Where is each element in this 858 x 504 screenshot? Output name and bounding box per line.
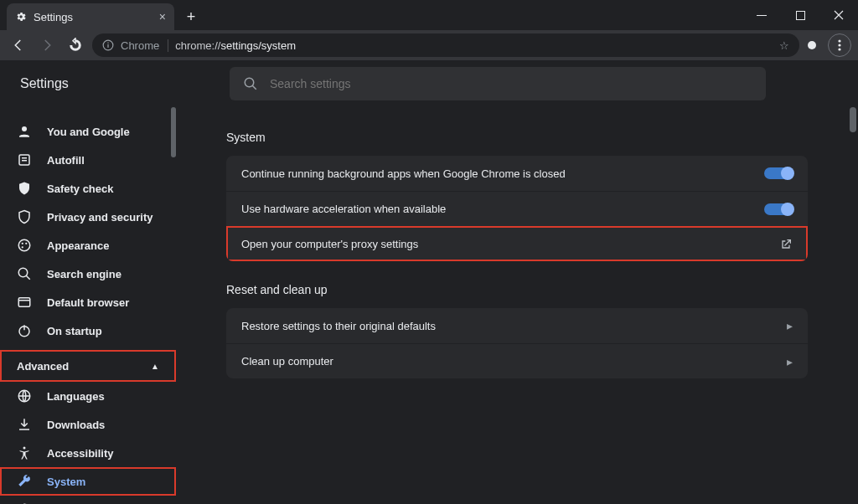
settings-main-panel: System Continue running background apps … [176,107,858,504]
svg-point-11 [18,239,30,251]
sidebar-item-on-startup[interactable]: On startup [0,316,176,345]
close-window-button[interactable] [819,0,858,30]
toggle-switch[interactable] [764,167,793,179]
title-bar: Settings × + [0,0,858,30]
reset-card: Restore settings to their original defau… [226,308,808,378]
svg-point-5 [838,39,840,42]
sidebar-item-languages[interactable]: Languages [0,382,176,410]
row-hardware-accel[interactable]: Use hardware acceleration when available [226,191,808,226]
svg-point-19 [23,447,26,450]
minimize-button[interactable] [742,0,781,30]
maximize-button[interactable] [781,0,819,30]
tab-title: Settings [34,11,73,23]
row-restore-defaults[interactable]: Restore settings to their original defau… [226,308,808,343]
search-settings-input[interactable] [270,77,752,90]
address-bar: Chrome chrome://settings/system ☆ [0,30,858,60]
sidebar-item-search-engine[interactable]: Search engine [0,260,176,288]
site-info-icon[interactable] [102,39,114,51]
row-clean-up-computer[interactable]: Clean up computer ▸ [226,343,808,378]
new-tab-button[interactable]: + [179,5,203,28]
svg-rect-1 [796,11,804,19]
svg-point-15 [18,268,28,277]
search-icon [243,76,258,91]
window-controls [742,0,858,30]
toggle-switch[interactable] [764,203,793,215]
omnibox[interactable]: Chrome chrome://settings/system ☆ [92,33,799,57]
browser-menu-button[interactable] [828,33,851,57]
svg-point-12 [22,243,23,244]
sidebar-item-downloads[interactable]: Downloads [0,410,176,439]
accessibility-icon [17,445,32,460]
sidebar-item-accessibility[interactable]: Accessibility [0,439,176,467]
section-title-system: System [226,131,808,144]
sidebar-item-privacy[interactable]: Privacy and security [0,203,176,231]
close-tab-icon[interactable]: × [159,10,166,23]
sidebar-item-label: Safety check [47,183,114,195]
row-label: Open your computer's proxy settings [241,238,418,250]
browser-icon [17,295,32,310]
wrench-icon [17,474,32,489]
search-settings-box[interactable] [230,67,766,100]
sidebar-section-advanced[interactable]: Advanced ▲ [0,350,176,382]
globe-icon [17,388,32,404]
gear-icon [15,11,27,23]
settings-header: Settings [0,60,858,107]
sidebar-item-label: Search engine [47,268,121,280]
row-background-apps[interactable]: Continue running background apps when Go… [226,156,808,191]
sidebar-item-default-browser[interactable]: Default browser [0,288,176,316]
palette-icon [17,238,32,253]
svg-point-8 [245,78,254,87]
svg-rect-4 [107,43,108,44]
page-title: Settings [20,76,176,91]
sidebar-section-label: Advanced [17,360,69,373]
sidebar-item-appearance[interactable]: Appearance [0,231,176,260]
sidebar-item-label: Default browser [47,296,129,309]
sidebar-item-safety-check[interactable]: Safety check [0,174,176,203]
sidebar-item-label: Accessibility [47,447,114,460]
svg-rect-0 [757,15,767,16]
sidebar-item-label: Downloads [47,419,105,431]
sidebar-item-label: On startup [47,325,102,337]
url-scheme-label: Chrome [121,39,168,52]
chevron-right-icon: ▸ [787,319,793,332]
row-proxy-settings[interactable]: Open your computer's proxy settings [226,226,808,261]
shield-check-icon [17,181,32,196]
person-icon [17,124,32,139]
sidebar-item-label: System [47,476,85,488]
section-title-reset: Reset and clean up [226,283,808,296]
browser-tab[interactable]: Settings × [7,3,174,30]
back-button[interactable] [7,33,30,57]
system-card: Continue running background apps when Go… [226,156,808,261]
svg-point-14 [22,246,23,248]
svg-rect-16 [18,298,30,307]
row-label: Restore settings to their original defau… [241,320,436,332]
svg-point-7 [838,48,840,50]
forward-button[interactable] [35,33,59,57]
sidebar-item-autofill[interactable]: Autofill [0,146,176,174]
sidebar-item-label: You and Google [47,126,130,138]
search-icon [17,266,32,281]
svg-point-6 [838,44,840,46]
sidebar-item-system[interactable]: System [0,467,176,496]
reload-button[interactable] [64,33,87,57]
sidebar-item-reset[interactable]: Reset and clean up [0,496,176,504]
svg-point-9 [22,126,27,131]
svg-rect-3 [107,44,108,48]
sidebar-item-label: Autofill [47,154,85,167]
url-text: chrome://settings/system [175,39,296,52]
chevron-right-icon: ▸ [787,355,793,368]
shield-icon [17,209,32,224]
download-icon [17,417,32,432]
row-label: Clean up computer [241,355,333,368]
power-icon [17,323,32,338]
external-link-icon [779,238,793,251]
sidebar-item-label: Languages [47,390,105,403]
profile-indicator-icon[interactable] [808,41,816,49]
sidebar-item-label: Appearance [47,239,109,252]
sidebar-item-you-and-google[interactable]: You and Google [0,117,176,146]
settings-sidebar: You and Google Autofill Safety check Pri… [0,107,176,504]
bookmark-star-icon[interactable]: ☆ [779,39,789,52]
chevron-up-icon: ▲ [151,362,159,371]
row-label: Continue running background apps when Go… [241,167,566,180]
svg-point-13 [25,243,27,244]
